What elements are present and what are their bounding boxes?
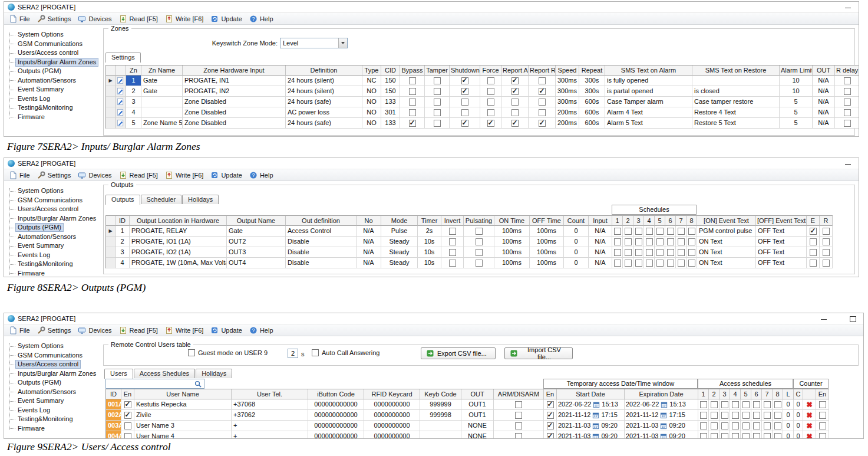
outputs-timer-4[interactable]: 10s (418, 258, 441, 268)
zones-tamper-3[interactable] (425, 97, 450, 107)
users-del-4[interactable]: ✖ (803, 431, 816, 439)
checkbox[interactable] (539, 120, 546, 127)
zones-alarm_limit-3[interactable]: 5 (780, 97, 813, 107)
auto-call-answering-checkbox[interactable]: Auto Call Answering (312, 349, 379, 356)
users-header-c[interactable]: C (794, 389, 803, 399)
outputs-pulsating-3[interactable] (464, 247, 494, 258)
zones-header-sel[interactable] (106, 65, 115, 76)
users-header-id[interactable]: ID (106, 389, 121, 399)
checkbox[interactable] (124, 422, 131, 429)
users-cka-1[interactable] (751, 399, 762, 410)
users-en-2[interactable] (121, 410, 134, 421)
outputs-input-1[interactable]: N/A (589, 226, 612, 237)
outputs-cka-2[interactable] (633, 237, 644, 247)
edit-row-icon[interactable] (117, 77, 124, 84)
zones-out-5[interactable]: N/A (813, 118, 835, 129)
outputs-e-4[interactable] (807, 258, 820, 268)
users-header-user-tel[interactable]: User Tel. (232, 389, 308, 399)
zones-shutdown-5[interactable] (450, 118, 480, 129)
checkbox[interactable] (625, 260, 632, 267)
guest-mode-checkbox[interactable]: Guest mode on USER 9 (188, 349, 268, 356)
users-c-2[interactable]: 0 (794, 410, 803, 421)
checkbox[interactable] (823, 249, 830, 256)
delete-user-icon[interactable]: ✖ (806, 421, 812, 431)
outputs-header-pulsating[interactable]: Pulsating (464, 216, 494, 226)
outputs-invert-4[interactable] (441, 258, 464, 268)
zones-type-2[interactable]: NO (362, 86, 381, 97)
checkbox[interactable] (487, 88, 494, 95)
zones-cid-1[interactable]: 150 (381, 76, 400, 86)
checkbox[interactable] (810, 238, 817, 245)
menu-help[interactable]: ?Help (246, 170, 278, 180)
outputs-cka-3[interactable] (623, 247, 633, 258)
checkbox[interactable] (810, 260, 817, 267)
users-cka-2[interactable] (720, 410, 730, 421)
checkbox[interactable] (515, 422, 522, 429)
checkbox[interactable] (547, 433, 554, 439)
sidebar-item-events-log[interactable]: Events Log (8, 251, 102, 260)
zones-report_a-5[interactable] (501, 118, 529, 129)
users-out-1[interactable]: OUT1 (461, 399, 494, 410)
outputs-name-4[interactable]: OUT4 (227, 258, 286, 268)
outputs-no-2[interactable]: N/A (357, 237, 381, 247)
users-exp_date-3[interactable]: 2021-11-0309:20 (625, 421, 698, 431)
users-cka-3[interactable] (773, 421, 783, 431)
users-cka-2[interactable] (751, 410, 762, 421)
zones-header-alarm-limit[interactable]: Alarm Limit (780, 65, 813, 76)
minimize-button[interactable] (844, 4, 852, 11)
checkbox[interactable] (614, 228, 621, 235)
users-cka-2[interactable] (741, 410, 751, 421)
zones-header-sms-text-on-alarm[interactable]: SMS Text on Alarm (605, 65, 692, 76)
users-header-1[interactable]: 1 (698, 389, 709, 399)
checkbox[interactable] (721, 412, 728, 419)
user-search-input[interactable] (105, 379, 204, 389)
titlebar[interactable]: SERA2 [PROGATE] (4, 2, 859, 12)
outputs-cka-2[interactable] (644, 237, 655, 247)
outputs-cka-4[interactable] (633, 258, 644, 268)
users-c-4[interactable]: 0 (794, 431, 803, 439)
checkbox[interactable] (667, 238, 674, 245)
outputs-off_time-3[interactable]: 100ms (530, 247, 564, 258)
checkbox[interactable] (635, 249, 642, 256)
zones-sms_restore-4[interactable]: Restore 4 Text (692, 107, 780, 118)
sidebar-item-users-access-control[interactable]: Users/Access control (8, 205, 102, 214)
users-header-expiration-date[interactable]: Expiration Date (625, 389, 698, 399)
zones-def-5[interactable]: 24 hours (safe) (286, 118, 362, 129)
sidebar-item-gsm-communications[interactable]: GSM Communications (8, 196, 102, 205)
outputs-header-r[interactable]: R (820, 216, 833, 226)
checkbox[interactable] (539, 99, 546, 106)
edit-row-icon[interactable] (117, 87, 124, 95)
outputs-off_text-3[interactable]: OFF Text (756, 247, 807, 258)
checkbox[interactable] (511, 109, 519, 116)
checkbox[interactable] (753, 412, 760, 419)
sidebar-item-automation-sensors[interactable]: Automation/Sensors (8, 232, 102, 242)
zones-out-2[interactable]: N/A (813, 86, 835, 97)
zones-edit-1[interactable] (115, 76, 126, 86)
zones-hw-3[interactable]: Zone Disabled (183, 97, 286, 107)
outputs-cka-4[interactable] (676, 258, 687, 268)
checkbox[interactable] (732, 412, 739, 419)
sidebar-item-inputs-burglar-alarm-zones[interactable]: Inputs/Burglar Alarm Zones (8, 58, 102, 67)
zones-tamper-2[interactable] (425, 86, 450, 97)
titlebar[interactable]: SERA2 [PROGATE] (4, 158, 859, 169)
checkbox[interactable] (461, 77, 468, 84)
outputs-input-2[interactable]: N/A (589, 237, 612, 247)
zones-force-1[interactable] (480, 76, 501, 86)
outputs-id-1[interactable]: 1 (115, 226, 130, 237)
outputs-cka-1[interactable] (665, 226, 676, 237)
zones-zn-5[interactable]: 5 (126, 118, 141, 129)
checkbox[interactable] (124, 433, 131, 439)
users-header-2[interactable]: 2 (709, 389, 720, 399)
outputs-loc-2[interactable]: PROGATE, IO1 (1A) (130, 237, 227, 247)
zones-header-type[interactable]: Type (362, 65, 381, 76)
checkbox[interactable] (753, 401, 760, 408)
zones-row-selector-5[interactable] (106, 118, 115, 129)
outputs-mode-1[interactable]: Pulse (381, 226, 418, 237)
outputs-off_time-1[interactable]: 100ms (530, 226, 564, 237)
zones-header-zn[interactable]: Zn (126, 65, 141, 76)
zones-sms_restore-2[interactable]: is closed (692, 86, 780, 97)
zones-force-2[interactable] (480, 86, 501, 97)
checkbox[interactable] (711, 401, 718, 408)
users-l-3[interactable]: 0 (783, 421, 794, 431)
zones-out-1[interactable]: N/A (813, 76, 835, 86)
